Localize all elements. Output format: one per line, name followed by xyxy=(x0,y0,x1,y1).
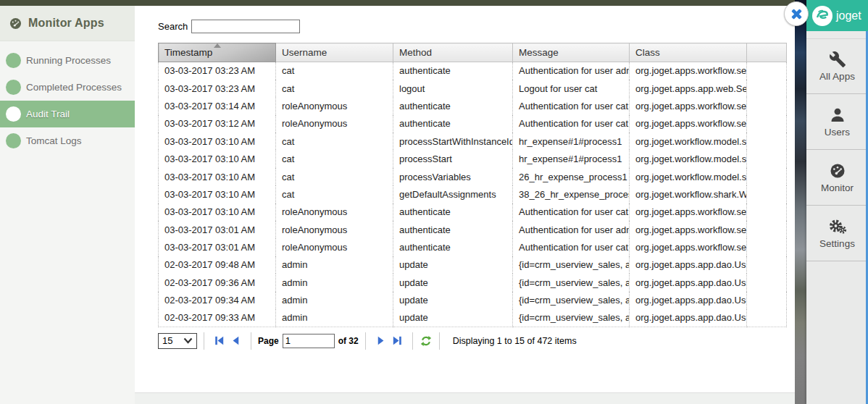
table-row[interactable]: 02-03-2017 09:34 AMadminupdate{id=crm_us… xyxy=(159,292,787,309)
table-cell: Authentication for user cat: xyxy=(513,238,630,256)
table-cell: {id=crm_userview_sales, a xyxy=(513,292,630,309)
table-cell: org.joget.workflow.model.s xyxy=(630,132,747,150)
sidebar-item-audit-trail[interactable]: Audit Trail xyxy=(0,101,135,127)
sidebar-item-tomcat-logs[interactable]: Tomcat Logs xyxy=(0,127,135,154)
nav-item-label: Settings xyxy=(819,238,855,249)
table-cell: getDefaultAssignments xyxy=(393,185,513,203)
sidebar-item-completed-processes[interactable]: Completed Processes xyxy=(0,74,135,101)
table-row[interactable]: 03-03-2017 03:01 AMroleAnonymousauthenti… xyxy=(159,238,787,256)
table-row[interactable]: 03-03-2017 03:12 AMroleAnonymousauthenti… xyxy=(159,115,787,132)
close-button[interactable] xyxy=(784,1,809,26)
nav-item-label: Users xyxy=(825,127,850,138)
table-cell: hr_expense#1#process1 xyxy=(513,132,630,150)
table-cell: 03-03-2017 03:23 AM xyxy=(159,80,276,97)
page-size-value: 15 xyxy=(162,335,172,346)
table-cell: org.joget.apps.app.dao.Us xyxy=(630,274,747,291)
table-cell: 03-03-2017 03:10 AM xyxy=(159,168,276,185)
app-nav-menu: All AppsUsersMonitorSettings xyxy=(806,31,868,261)
sidebar-item-running-processes[interactable]: Running Processes xyxy=(0,47,135,74)
column-header-timestamp[interactable]: Timestamp xyxy=(159,43,276,62)
table-row[interactable]: 03-03-2017 03:10 AMcatprocessStartWithIn… xyxy=(159,132,787,150)
table-row[interactable]: 03-03-2017 03:10 AMcatprocessVariables26… xyxy=(159,168,787,185)
column-header-class[interactable]: Class xyxy=(630,43,747,62)
table-cell-filler xyxy=(747,256,787,274)
table-cell: cat xyxy=(276,62,393,80)
wrench-icon xyxy=(829,51,846,68)
table-cell: logout xyxy=(393,80,513,97)
sidebar-item-label: Running Processes xyxy=(26,55,111,66)
table-cell: hr_expense#1#process1 xyxy=(513,150,630,167)
table-cell: cat xyxy=(276,168,393,185)
table-body: 03-03-2017 03:23 AMcatauthenticateAuthen… xyxy=(159,62,787,327)
table-cell: org.joget.apps.workflow.se xyxy=(630,62,747,80)
bullet-icon xyxy=(6,53,21,68)
table-cell: Authentication for user cat: xyxy=(513,115,630,132)
audit-trail-panel: Search TimestampUsernameMethodMessageCla… xyxy=(135,6,795,393)
table-cell: admin xyxy=(276,292,393,309)
table-row[interactable]: 03-03-2017 03:01 AMroleAnonymousauthenti… xyxy=(159,221,787,238)
table-cell: authenticate xyxy=(393,221,513,238)
close-icon xyxy=(789,7,804,22)
divider xyxy=(439,332,440,350)
bullet-icon xyxy=(6,80,21,95)
gauge-icon xyxy=(829,162,846,180)
nav-item-monitor[interactable]: Monitor xyxy=(806,150,868,206)
first-page-button[interactable] xyxy=(213,334,225,347)
joget-brand-link[interactable]: joget xyxy=(806,0,868,31)
table-cell: 03-03-2017 03:10 AM xyxy=(159,150,276,167)
table-cell: Authentication for user cat: xyxy=(513,97,630,114)
table-row[interactable]: 02-03-2017 09:48 AMadminupdate{id=crm_us… xyxy=(159,256,787,274)
app-nav-panel: joget All AppsUsersMonitorSettings xyxy=(806,0,868,404)
table-row[interactable]: 02-03-2017 09:33 AMadminupdate{id=crm_us… xyxy=(159,309,787,327)
table-cell: org.joget.apps.workflow.se xyxy=(630,115,747,132)
table-cell: processStart xyxy=(393,150,513,167)
table-row[interactable]: 03-03-2017 03:23 AMcatauthenticateAuthen… xyxy=(159,62,787,80)
table-cell-filler xyxy=(747,238,787,256)
user-icon xyxy=(829,106,846,124)
table-row[interactable]: 03-03-2017 03:23 AMcatlogoutLogout for u… xyxy=(159,80,787,97)
previous-page-button[interactable] xyxy=(230,334,242,347)
table-cell-filler xyxy=(747,309,787,327)
page-number-input[interactable] xyxy=(283,334,335,348)
column-header-username[interactable]: Username xyxy=(276,43,393,62)
gauge-icon xyxy=(9,17,22,30)
table-cell: roleAnonymous xyxy=(276,97,393,114)
column-header-method[interactable]: Method xyxy=(393,43,513,62)
table-cell-filler xyxy=(747,97,787,114)
bullet-icon xyxy=(6,106,21,122)
nav-item-settings[interactable]: Settings xyxy=(806,206,868,261)
table-cell: roleAnonymous xyxy=(276,221,393,238)
nav-item-users[interactable]: Users xyxy=(806,94,868,150)
table-header-row: TimestampUsernameMethodMessageClass xyxy=(159,43,787,62)
bullet-icon xyxy=(6,133,21,148)
table-cell-filler xyxy=(747,185,787,203)
table-cell: cat xyxy=(276,150,393,167)
table-cell: authenticate xyxy=(393,97,513,114)
table-cell: authenticate xyxy=(393,238,513,256)
page-size-select[interactable]: 15 xyxy=(158,333,197,349)
refresh-icon[interactable] xyxy=(420,334,433,348)
search-input[interactable] xyxy=(191,20,300,33)
table-cell: 03-03-2017 03:10 AM xyxy=(159,185,276,203)
table-cell: {id=crm_userview_sales, a xyxy=(513,256,630,274)
table-cell: cat xyxy=(276,185,393,203)
table-row[interactable]: 03-03-2017 03:14 AMroleAnonymousauthenti… xyxy=(159,97,787,114)
joget-logo-icon xyxy=(811,5,833,27)
table-cell-filler xyxy=(747,132,787,150)
table-row[interactable]: 03-03-2017 03:10 AMcatgetDefaultAssignme… xyxy=(159,185,787,203)
table-cell: processStartWithInstanceId xyxy=(393,132,513,150)
table-row[interactable]: 03-03-2017 03:10 AMroleAnonymousauthenti… xyxy=(159,203,787,221)
table-cell: org.joget.apps.app.dao.Us xyxy=(630,309,747,327)
nav-item-all-apps[interactable]: All Apps xyxy=(806,38,868,94)
table-cell: 02-03-2017 09:34 AM xyxy=(159,292,276,309)
table-row[interactable]: 02-03-2017 09:36 AMadminupdate{id=crm_us… xyxy=(159,274,787,291)
total-pages-label: of 32 xyxy=(338,336,359,346)
top-bar xyxy=(0,0,795,6)
table-row[interactable]: 03-03-2017 03:10 AMcatprocessStarthr_exp… xyxy=(159,150,787,167)
last-page-button[interactable] xyxy=(391,334,404,347)
table-cell: 03-03-2017 03:12 AM xyxy=(159,115,276,132)
column-header-message[interactable]: Message xyxy=(513,43,630,62)
table-cell: roleAnonymous xyxy=(276,115,393,132)
next-page-button[interactable] xyxy=(375,334,387,347)
table-cell-filler xyxy=(747,80,787,97)
